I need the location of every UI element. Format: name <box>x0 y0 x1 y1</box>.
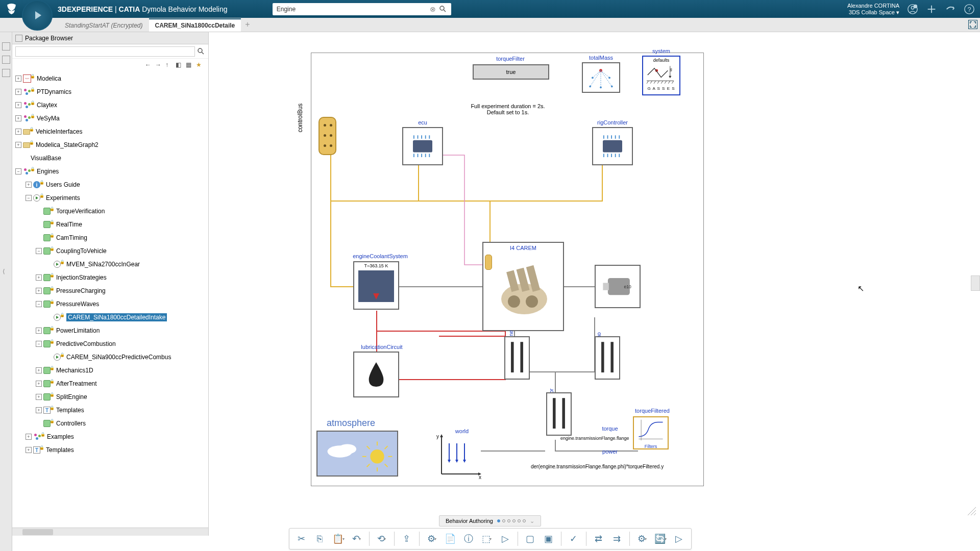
tree-coupling[interactable]: −🔒CouplingToVehicle <box>12 244 208 258</box>
nav-back-icon[interactable]: ← <box>145 61 152 68</box>
tab-inactive[interactable]: StandingStartAT (Encrypted) <box>59 19 149 32</box>
pb-search-icon[interactable] <box>197 47 205 56</box>
tree-predictive[interactable]: −🔒PredictiveCombustion <box>12 337 208 350</box>
comp-totalmass[interactable] <box>582 62 620 93</box>
svg-rect-59 <box>553 398 556 429</box>
svg-point-4 <box>914 4 917 8</box>
comp-ecu[interactable] <box>402 127 443 165</box>
tree-vesyma[interactable]: +🔒VeSyMa <box>12 112 208 125</box>
compass-icon[interactable] <box>22 0 53 31</box>
user-info[interactable]: Alexandre CORTINA 3DS Collab Space ▾ <box>847 3 899 16</box>
copy-button[interactable]: ⎘ <box>312 531 328 547</box>
tab-add-button[interactable]: + <box>241 17 254 32</box>
help-icon[interactable]: ? <box>964 4 975 15</box>
tool-settings[interactable]: ⚙▾ <box>634 531 650 547</box>
search-icon[interactable] <box>439 5 447 13</box>
right-panel-tab[interactable] <box>971 276 980 291</box>
comp-world[interactable]: xy <box>434 431 482 479</box>
tree-stategraph2[interactable]: +🔒Modelica_StateGraph2 <box>12 138 208 152</box>
tool-next[interactable]: ▷ <box>671 531 687 547</box>
tree-realtime[interactable]: 🔒RealTime <box>12 218 208 231</box>
comp-rigcontroller[interactable] <box>592 127 633 165</box>
comp-dyno[interactable]: e10 <box>595 265 641 308</box>
tool-sim-1[interactable]: ⇄ <box>591 531 607 547</box>
tool-box-1[interactable]: ▢ <box>522 531 538 547</box>
tree-visualbase[interactable]: VisualBase <box>12 152 208 165</box>
tool-play[interactable]: ▷ <box>497 531 513 547</box>
tree-torqueverif[interactable]: 🔒TorqueVerification <box>12 205 208 218</box>
left-collapse-icon[interactable]: ⟨ <box>0 265 7 278</box>
nav-tool-2[interactable]: ▦ <box>186 61 193 68</box>
cut-button[interactable]: ✂ <box>293 531 310 547</box>
tree-camtiming[interactable]: 🔒CamTiming <box>12 231 208 244</box>
tab-active[interactable]: CAREM_SiNa1800ccDetaile <box>149 18 241 32</box>
package-tree[interactable]: +〰🔒Modelica +🔒PTDynamics +🔒Claytex +🔒VeS… <box>12 71 208 528</box>
tree-powerlimitation[interactable]: +🔒PowerLimitation <box>12 324 208 337</box>
canvas-resize-icon[interactable] <box>968 507 976 515</box>
tree-pressurewaves[interactable]: −🔒PressureWaves <box>12 297 208 311</box>
tree-templates[interactable]: +T🔒Templates <box>12 404 208 417</box>
svg-line-1 <box>444 10 446 12</box>
strip-tool-3[interactable] <box>2 69 10 77</box>
tool-doc[interactable]: 📄 <box>442 531 458 547</box>
share-icon[interactable] <box>945 4 956 15</box>
paste-button[interactable]: 📋▾ <box>330 531 347 547</box>
strip-tool-1[interactable] <box>2 42 10 51</box>
search-box[interactable]: ⊗ <box>273 3 451 15</box>
export-button[interactable]: ⇪ <box>399 531 415 547</box>
comp-mountsfloor[interactable] <box>546 392 572 436</box>
nav-fwd-icon[interactable]: → <box>155 61 162 68</box>
tree-splitengine[interactable]: +🔒SplitEngine <box>12 390 208 404</box>
tree-templates2[interactable]: +T🔒Templates <box>12 443 208 457</box>
engine-bus-connector[interactable] <box>485 255 492 270</box>
comp-atmosphere[interactable] <box>316 431 398 477</box>
tree-examples[interactable]: +🔒Examples <box>12 430 208 443</box>
tree-usersguide[interactable]: +i🔒Users Guide <box>12 178 208 191</box>
tool-sim-2[interactable]: ⇉ <box>609 531 625 547</box>
search-clear-icon[interactable]: ⊗ <box>430 5 436 13</box>
comp-coolant[interactable]: T=363.15 K <box>353 261 399 310</box>
search-input[interactable] <box>277 6 430 13</box>
comp-mountsdyno[interactable] <box>595 336 620 380</box>
tree-carem900[interactable]: 🔒CAREM_SiNa900ccPredictiveCombus <box>12 350 208 364</box>
tree-carem-selected[interactable]: 🔒CAREM_SiNa1800ccDetailedIntake <box>12 311 208 324</box>
mode-indicator[interactable]: Behavior Authoring ⌄ <box>439 515 541 527</box>
mode-chevron-icon[interactable]: ⌄ <box>530 518 534 524</box>
comp-mountsengine[interactable] <box>504 336 530 380</box>
nav-fav-icon[interactable]: ★ <box>196 61 203 68</box>
refresh-button[interactable]: ⟲▾ <box>374 531 390 547</box>
comp-lubrication[interactable] <box>353 352 399 397</box>
nav-tool-1[interactable]: ◧ <box>176 61 183 68</box>
comp-system[interactable]: defaults g G A S S E S <box>642 56 680 95</box>
tree-engines[interactable]: −🔒Engines <box>12 165 208 178</box>
tool-check[interactable]: ✓ <box>566 531 582 547</box>
tool-info[interactable]: ⓘ <box>460 531 477 547</box>
pb-search-input[interactable] <box>15 46 195 57</box>
diagram-canvas[interactable]: torqueFilter true totalMass system defau… <box>209 32 980 536</box>
tool-sync[interactable]: 🔄▾ <box>652 531 669 547</box>
tree-injection[interactable]: +🔒InjectionStrategies <box>12 271 208 284</box>
tree-vehicleinterfaces[interactable]: +🔒VehicleInterfaces <box>12 125 208 138</box>
tree-ptdynamics[interactable]: +🔒PTDynamics <box>12 85 208 98</box>
tool-component[interactable]: ⬚▾ <box>479 531 495 547</box>
tree-mvem[interactable]: 🔒MVEM_SiNa2700ccInGear <box>12 258 208 271</box>
undo-button[interactable]: ↶▾ <box>349 531 365 547</box>
tree-mechanics1d[interactable]: +🔒Mechanics1D <box>12 364 208 377</box>
tree-aftertreatment[interactable]: +🔒AfterTreatment <box>12 377 208 390</box>
tool-gear-1[interactable]: ⚙▾ <box>424 531 440 547</box>
tree-modelica[interactable]: +〰🔒Modelica <box>12 72 208 85</box>
tree-claytex[interactable]: +🔒Claytex <box>12 98 208 112</box>
tree-pressurecharging[interactable]: +🔒PressureCharging <box>12 284 208 297</box>
tree-controllers[interactable]: 🔒Controllers <box>12 417 208 430</box>
comp-engine[interactable]: I4 CAREM <box>482 242 564 331</box>
tree-experiments[interactable]: −🔒Experiments <box>12 191 208 205</box>
comp-controlbus[interactable] <box>318 117 336 155</box>
user-icon[interactable] <box>907 4 918 15</box>
nav-up-icon[interactable]: ↑ <box>165 61 173 68</box>
strip-tool-2[interactable] <box>2 56 10 64</box>
comp-torquefilter[interactable]: true <box>473 64 549 80</box>
add-icon[interactable] <box>926 4 937 15</box>
tool-box-2[interactable]: ▣ <box>541 531 557 547</box>
expand-icon[interactable] <box>968 20 977 29</box>
comp-filter[interactable]: Filters <box>633 416 669 449</box>
